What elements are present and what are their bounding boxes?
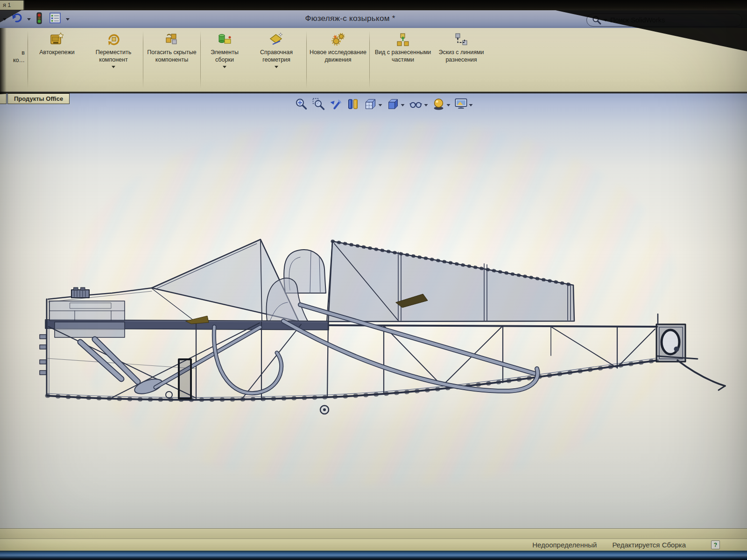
- move-component-icon: [106, 31, 121, 47]
- ribbon-button-label: Эскиз с линиями разнесения: [435, 49, 487, 64]
- view-orientation-caret-icon[interactable]: [379, 104, 382, 106]
- exploded-view-icon: [395, 31, 410, 47]
- search-scope-caret-icon[interactable]: [604, 19, 607, 21]
- view-orientation-button[interactable]: [364, 98, 382, 112]
- search-icon: [592, 15, 602, 25]
- ribbon-button-label: Автокрепежи: [39, 49, 75, 56]
- edit-appearance-button[interactable]: [432, 98, 451, 112]
- tab-stub[interactable]: [0, 93, 7, 104]
- hide-show-items-caret-icon[interactable]: [424, 104, 428, 106]
- apply-scene-caret-icon[interactable]: [469, 104, 473, 106]
- zoom-to-area-button[interactable]: [312, 98, 325, 112]
- dropdown-caret-icon[interactable]: [275, 66, 278, 68]
- quick-tips-help-button[interactable]: ?: [711, 540, 720, 549]
- ribbon-button-assembly-features[interactable]: Элементы сборки: [202, 28, 247, 91]
- view-orientation-icon: [364, 98, 377, 112]
- display-style-button[interactable]: [387, 98, 405, 112]
- zoom-to-fit-icon: [295, 98, 308, 112]
- ribbon-button-explode-sketch[interactable]: Эскиз с линиями разнесения: [435, 28, 487, 91]
- dropdown-caret-icon[interactable]: [112, 66, 115, 68]
- motion-study-icon: [331, 31, 345, 47]
- model-tabs-strip: [0, 528, 747, 539]
- ribbon-separator: [143, 31, 143, 89]
- ribbon-button-suppress-hidden[interactable]: Погасить скрытые компоненты: [144, 28, 199, 91]
- command-manager-tabs: Продукты Office: [0, 93, 70, 104]
- ribbon-button-label: Элементы сборки: [202, 49, 247, 64]
- dropdown-caret-icon[interactable]: [223, 66, 226, 68]
- status-constraint-state: Недоопределенный: [532, 541, 597, 549]
- status-bar: Недоопределенный Редактируется Сборка ?: [0, 539, 747, 551]
- solidworks-window: Фюзеляж-с козырьком * в ко…АвтокрепежиПе…: [0, 0, 747, 560]
- cad-model-fuselage[interactable]: [0, 93, 747, 528]
- display-style-icon: [387, 98, 400, 112]
- ribbon-button-reference-geometry[interactable]: Справочная геометрия: [247, 28, 305, 91]
- ribbon-button-clipped[interactable]: в ко…: [0, 28, 27, 91]
- ribbon-button-label: Погасить скрытые компоненты: [144, 49, 199, 64]
- monitor-bezel-top: [0, 0, 747, 10]
- title-bar[interactable]: Фюзеляж-с козырьком *: [0, 10, 747, 28]
- ribbon-separator: [369, 31, 370, 89]
- display-style-caret-icon[interactable]: [401, 104, 405, 106]
- section-view-icon: [347, 98, 360, 112]
- ribbon-separator: [28, 31, 28, 89]
- ribbon-button-label: Справочная геометрия: [247, 49, 305, 64]
- tab-office-products[interactable]: Продукты Office: [7, 93, 70, 104]
- previous-view-button[interactable]: [330, 98, 343, 112]
- assembly-features-icon: [217, 31, 232, 47]
- apply-scene-icon: [455, 98, 468, 112]
- edit-appearance-caret-icon[interactable]: [447, 104, 451, 106]
- status-edit-mode: Редактируется Сборка: [612, 541, 686, 549]
- previous-view-icon: [330, 98, 343, 112]
- ribbon-separator: [306, 31, 307, 89]
- search-box[interactable]: [586, 14, 742, 27]
- ribbon-button-label: Переместить компонент: [85, 49, 142, 64]
- edit-appearance-icon: [432, 98, 445, 112]
- heads-up-view-toolbar: [295, 98, 473, 112]
- ribbon-button-move-component[interactable]: Переместить компонент: [85, 28, 142, 91]
- explode-sketch-icon: [454, 31, 469, 47]
- zoom-to-fit-button[interactable]: [295, 98, 308, 112]
- ribbon-button-label: в ко…: [13, 49, 25, 64]
- zoom-to-area-icon: [312, 98, 325, 112]
- section-view-button[interactable]: [347, 98, 360, 112]
- autofasteners-icon: [49, 31, 64, 47]
- ribbon-button-exploded-view[interactable]: Вид с разнесенными частями: [371, 28, 435, 91]
- command-manager-ribbon: в ко…АвтокрепежиПереместить компонентПог…: [0, 28, 747, 92]
- hide-show-items-button[interactable]: [409, 98, 428, 112]
- graphics-viewport[interactable]: Продукты Office: [0, 93, 747, 528]
- ribbon-button-motion-study[interactable]: Новое исследование движения: [308, 28, 368, 91]
- apply-scene-button[interactable]: [455, 98, 473, 112]
- ribbon-separator: [200, 31, 201, 89]
- search-input[interactable]: [609, 16, 737, 24]
- reference-geometry-icon: [269, 31, 284, 47]
- suppress-hidden-icon: [164, 31, 179, 47]
- ribbon-button-label: Новое исследование движения: [308, 49, 368, 64]
- tab-motion-study-partial[interactable]: я 1: [0, 0, 24, 10]
- hide-show-items-icon: [409, 98, 423, 112]
- ribbon-button-autofasteners[interactable]: Автокрепежи: [29, 28, 85, 91]
- windows-taskbar-edge[interactable]: [0, 551, 747, 560]
- ribbon-button-label: Вид с разнесенными частями: [371, 49, 435, 64]
